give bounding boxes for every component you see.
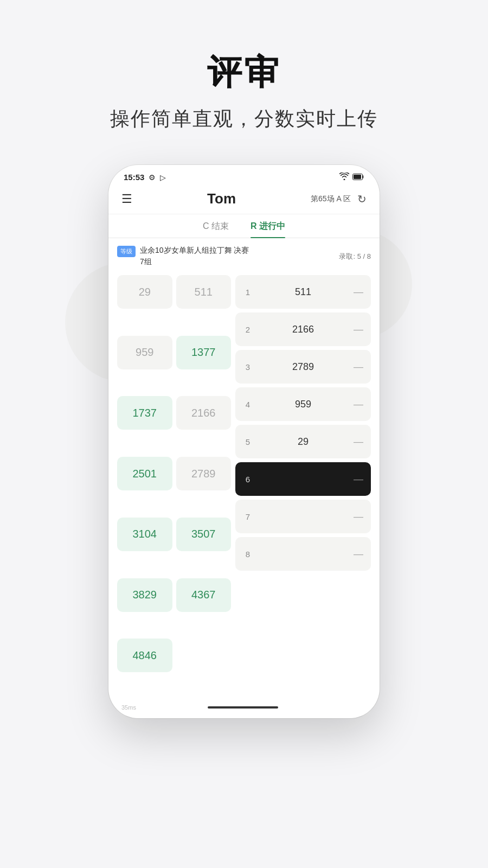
app-title: Tom bbox=[207, 190, 236, 207]
rank-row[interactable]: 1511— bbox=[235, 275, 371, 309]
left-number-cell[interactable]: 4367 bbox=[176, 578, 232, 612]
left-number-cell[interactable]: 3507 bbox=[176, 518, 232, 551]
status-right bbox=[339, 173, 364, 182]
grid-area: 2951195913771737216625012789310435073829… bbox=[108, 271, 380, 700]
phone-wrapper: 15:53 ⚙ ▷ bbox=[108, 165, 380, 718]
rank-dash: — bbox=[354, 324, 363, 335]
rank-row[interactable]: 8— bbox=[235, 537, 371, 571]
wifi-icon bbox=[339, 173, 349, 182]
left-number-cell[interactable]: 3104 bbox=[117, 518, 172, 551]
app-header: ☰ Tom 第65场 A 区 ↻ bbox=[108, 186, 380, 214]
comp-title: 业余10岁女单新人组拉丁舞 决赛7组 bbox=[140, 245, 249, 267]
phone-frame: 15:53 ⚙ ▷ bbox=[108, 165, 380, 718]
left-number-cell[interactable]: 511 bbox=[176, 275, 232, 309]
tab-c[interactable]: C 结束 bbox=[203, 221, 229, 238]
left-number-cell[interactable]: 2501 bbox=[117, 457, 172, 490]
rank-number: 3 bbox=[243, 362, 253, 372]
play-icon: ▷ bbox=[160, 173, 166, 182]
right-rank-grid: 1511—22166—32789—4959—529—6—7—8— bbox=[235, 275, 371, 695]
rank-row[interactable]: 529— bbox=[235, 425, 371, 458]
rank-number: 2 bbox=[243, 325, 253, 334]
tabs-bar: C 结束 R 进行中 bbox=[108, 214, 380, 238]
rank-row[interactable]: 32789— bbox=[235, 350, 371, 384]
rank-dash: — bbox=[354, 361, 363, 373]
rank-bib: 511 bbox=[258, 286, 348, 298]
settings-icon: ⚙ bbox=[149, 173, 156, 182]
rank-number: 8 bbox=[243, 550, 253, 559]
footer-ms: 35ms bbox=[121, 704, 136, 711]
left-number-cell[interactable]: 29 bbox=[117, 275, 172, 309]
rank-dash: — bbox=[354, 399, 363, 410]
rank-dash: — bbox=[354, 286, 363, 298]
rank-row[interactable]: 7— bbox=[235, 500, 371, 533]
rank-bib: 2166 bbox=[258, 324, 348, 335]
status-left: 15:53 ⚙ ▷ bbox=[124, 173, 166, 182]
menu-icon[interactable]: ☰ bbox=[121, 192, 132, 206]
comp-left: 等级 业余10岁女单新人组拉丁舞 决赛7组 bbox=[117, 245, 249, 267]
hero-subtitle: 操作简单直观，分数实时上传 bbox=[110, 106, 378, 132]
phone-footer: 35ms bbox=[108, 700, 380, 718]
left-number-cell[interactable]: 2789 bbox=[176, 457, 232, 490]
rank-dash: — bbox=[354, 474, 363, 485]
left-number-cell[interactable]: 3829 bbox=[117, 578, 172, 612]
rank-bib: 2789 bbox=[258, 361, 348, 373]
rank-bib: 29 bbox=[258, 436, 348, 448]
rank-row[interactable]: 22166— bbox=[235, 312, 371, 346]
home-bar[interactable] bbox=[208, 706, 278, 709]
status-time: 15:53 bbox=[124, 173, 144, 182]
header-info: 第65场 A 区 ↻ bbox=[311, 193, 367, 206]
rank-row[interactable]: 4959— bbox=[235, 387, 371, 421]
tab-r[interactable]: R 进行中 bbox=[251, 221, 285, 238]
status-bar: 15:53 ⚙ ▷ bbox=[108, 165, 380, 186]
rank-bib: 959 bbox=[258, 399, 348, 410]
session-label: 第65场 A 区 bbox=[311, 194, 351, 204]
level-badge: 等级 bbox=[117, 246, 136, 257]
hero-title: 评审 bbox=[110, 49, 378, 96]
rank-dash: — bbox=[354, 548, 363, 560]
rank-dash: — bbox=[354, 511, 363, 522]
rank-number: 7 bbox=[243, 512, 253, 521]
left-number-cell[interactable]: 959 bbox=[117, 336, 172, 369]
rank-number: 4 bbox=[243, 400, 253, 409]
battery-icon bbox=[352, 173, 364, 182]
left-number-grid: 2951195913771737216625012789310435073829… bbox=[117, 275, 231, 695]
svg-rect-1 bbox=[354, 175, 361, 179]
left-number-cell[interactable]: 4846 bbox=[117, 639, 172, 672]
competition-header: 等级 业余10岁女单新人组拉丁舞 决赛7组 录取: 5 / 8 bbox=[108, 238, 380, 271]
comp-admit: 录取: 5 / 8 bbox=[339, 251, 371, 261]
left-number-cell[interactable]: 2166 bbox=[176, 396, 232, 430]
refresh-icon[interactable]: ↻ bbox=[357, 193, 367, 206]
rank-dash: — bbox=[354, 436, 363, 448]
left-number-cell[interactable]: 1737 bbox=[117, 396, 172, 430]
rank-row[interactable]: 6— bbox=[235, 462, 371, 496]
hero-section: 评审 操作简单直观，分数实时上传 bbox=[110, 49, 378, 132]
rank-number: 5 bbox=[243, 437, 253, 446]
rank-number: 1 bbox=[243, 288, 253, 297]
rank-number: 6 bbox=[243, 475, 253, 484]
left-number-cell[interactable]: 1377 bbox=[176, 336, 232, 369]
